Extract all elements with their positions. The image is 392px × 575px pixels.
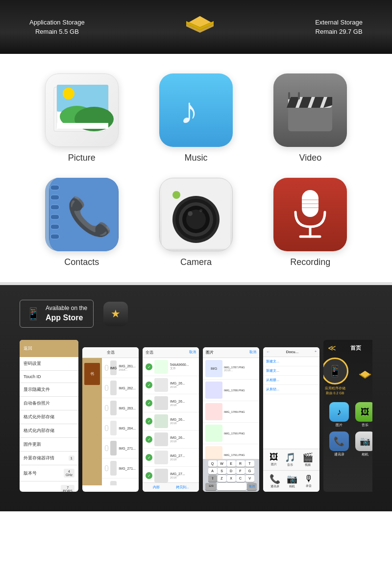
screenshot-docum: ←Docu...+ 新建文... 新建文... 从相册... 从剪切... 🖼 … <box>263 347 319 492</box>
video-icon-box <box>273 73 347 147</box>
star-icon: ★ <box>111 308 121 320</box>
svg-rect-20 <box>50 215 59 219</box>
svg-rect-6 <box>57 123 108 129</box>
ext-storage-label: External Storage <box>315 18 363 27</box>
top-banner: Application Storage Remain 5.5 GB Extern… <box>0 0 392 54</box>
app-storage-info: Application Storage Remain 5.5 GB <box>29 18 85 37</box>
camera-item[interactable]: Camera <box>139 178 253 267</box>
contacts-label: Contacts <box>64 257 99 267</box>
contacts-item[interactable]: 📞 Contacts <box>24 178 139 267</box>
recording-item[interactable]: Recording <box>253 178 368 267</box>
settings-item-format-int: 格式化内部存储 <box>20 424 78 438</box>
svg-rect-15 <box>298 92 300 99</box>
picture-label: Picture <box>68 153 96 163</box>
svg-text:📞: 📞 <box>67 195 113 239</box>
app-store-text: Available on the App Store <box>46 304 87 323</box>
contacts-icon-box: 📞 <box>45 178 119 251</box>
screenshot-settings: 返回 密码设置 Touch ID 显示隐藏文件 自动备份照片 格式化外部存储 格… <box>20 340 78 492</box>
ext-storage-remain: Remain 29.7 GB <box>315 27 363 37</box>
screenshot-checked-list: 全选取消 ✓ 54AA9660...文件 ✓ IMG_26...2018 ✓ <box>143 347 199 492</box>
settings-item-extra: 7PQRS <box>20 481 78 492</box>
ext-storage-info: External Storage Remain 29.7 GB <box>315 18 363 37</box>
recording-label: Recording <box>290 257 330 267</box>
settings-item-version: 版本号4GHz <box>20 465 78 481</box>
recording-icon-box <box>273 178 347 251</box>
screenshot-home: ≪ 首页 ≫ ⚙ 📱 应用程序存储剩余 0.2 GB <box>323 340 372 492</box>
svg-point-3 <box>63 88 74 99</box>
svg-point-32 <box>199 209 202 212</box>
settings-item-touchid: Touch ID <box>20 371 78 383</box>
svg-rect-21 <box>50 224 59 229</box>
music-label: Music <box>184 153 207 163</box>
svg-rect-17 <box>50 185 59 190</box>
video-item[interactable]: Video <box>253 73 368 163</box>
app-store-badge[interactable]: 📱 Available on the App Store <box>20 300 94 328</box>
settings-item-backup: 自动备份照片 <box>20 397 78 410</box>
picture-icon-box <box>45 73 119 147</box>
settings-item-firmware: 固件更新 <box>20 438 78 452</box>
svg-rect-22 <box>50 234 59 239</box>
settings-header: 返回 <box>20 340 78 357</box>
svg-point-25 <box>172 191 180 199</box>
svg-text:♪: ♪ <box>180 91 198 131</box>
music-item[interactable]: ♪ Music <box>139 73 253 163</box>
screenshot-ibooks: 全选 书 IMG IMG_261...2018... <box>82 347 139 492</box>
settings-item-format-ext: 格式化外部存储 <box>20 410 78 424</box>
app-storage-remain: Remain 5.5 GB <box>29 27 85 37</box>
app-storage-label: Application Storage <box>29 18 85 27</box>
settings-item-hidden: 显示隐藏文件 <box>20 383 78 397</box>
icons-section: Picture ♪ Music <box>0 54 392 282</box>
svg-rect-19 <box>50 205 59 210</box>
app-store-row: 📱 Available on the App Store ★ <box>20 300 372 328</box>
music-icon-box: ♪ <box>159 73 233 147</box>
screenshots-row: 返回 密码设置 Touch ID 显示隐藏文件 自动备份照片 格式化外部存储 格… <box>20 340 372 492</box>
icons-grid: Picture ♪ Music <box>24 73 368 267</box>
star-badge: ★ <box>103 302 128 326</box>
svg-rect-14 <box>288 92 290 99</box>
phone-icon: 📱 <box>26 307 41 321</box>
picture-item[interactable]: Picture <box>24 73 139 163</box>
camera-label: Camera <box>180 257 212 267</box>
settings-item-storage-info: 外置存储器详情1 <box>20 452 78 465</box>
bottom-banner: 📱 Available on the App Store ★ 返回 密码设置 T… <box>0 285 392 511</box>
screenshot-file-keyboard: 图片取消 IMG IMG_1787.PNG2018... IMG_1788.PN… <box>203 347 259 492</box>
settings-item-password: 密码设置 <box>20 357 78 371</box>
svg-point-31 <box>188 211 193 216</box>
video-label: Video <box>299 153 321 163</box>
camera-icon-box <box>159 178 233 251</box>
svg-rect-18 <box>50 195 59 200</box>
app-logo <box>180 12 220 42</box>
